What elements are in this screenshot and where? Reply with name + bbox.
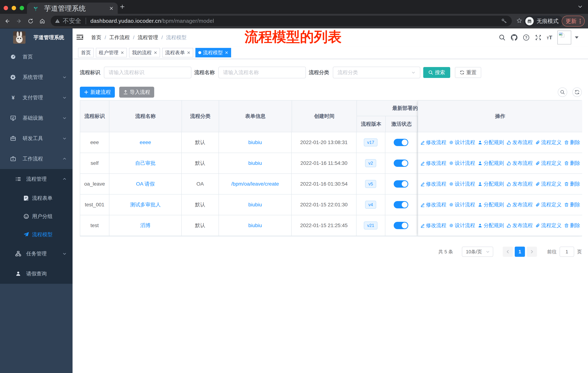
action-publish-link[interactable]: 发布流程	[506, 181, 533, 187]
tab-tag-5[interactable]: 流程模型	[195, 48, 231, 57]
sidebar-item-4[interactable]: 基础设施	[0, 108, 73, 128]
tag-close-icon[interactable]	[225, 51, 228, 54]
reset-button[interactable]: 重置	[455, 67, 481, 78]
address-bar[interactable]: 不安全 dashboard.yudao.iocoder.cn/bpm/manag…	[51, 16, 512, 26]
action-delete-link[interactable]: 删除	[564, 160, 580, 167]
process-name-link[interactable]: OA 请假	[136, 181, 155, 187]
traffic-minimize-button[interactable]	[12, 6, 16, 10]
sidebar-item-11[interactable]: 任务管理	[0, 244, 73, 264]
action-definition-link[interactable]: 流程定义	[535, 181, 562, 187]
action-delete-link[interactable]: 删除	[564, 201, 580, 208]
back-button[interactable]	[4, 18, 11, 25]
tab-tag-1[interactable]: 首页	[78, 48, 94, 57]
search-button[interactable]: 搜索	[423, 67, 450, 78]
font-size-icon[interactable]: TT	[547, 34, 552, 40]
goto-page-input[interactable]: 1	[560, 247, 574, 257]
traffic-close-button[interactable]	[4, 6, 8, 10]
avatar-caret-icon[interactable]	[575, 36, 578, 39]
sidebar-logo[interactable]: 芋道管理系统	[0, 28, 73, 47]
home-button[interactable]	[39, 18, 46, 25]
sidebar-item-9[interactable]: 用户分组	[0, 207, 73, 225]
tag-close-icon[interactable]	[154, 51, 157, 54]
help-icon[interactable]: ?	[523, 34, 530, 41]
fullscreen-icon[interactable]	[535, 34, 542, 41]
github-icon[interactable]	[511, 34, 518, 41]
toggle-search-button[interactable]	[558, 87, 567, 97]
action-assign-link[interactable]: 分配规则	[478, 160, 504, 167]
action-publish-link[interactable]: 发布流程	[506, 222, 533, 229]
import-process-button[interactable]: 导入流程	[119, 87, 154, 98]
password-key-icon[interactable]	[501, 18, 507, 24]
action-definition-link[interactable]: 流程定义	[535, 139, 562, 146]
action-design-link[interactable]: 设计流程	[449, 201, 475, 208]
current-page-button[interactable]: 1	[515, 247, 525, 257]
action-delete-link[interactable]: 删除	[564, 181, 580, 187]
active-toggle[interactable]	[394, 180, 408, 188]
tag-close-icon[interactable]	[187, 51, 190, 54]
breadcrumb-item-3[interactable]: 流程管理	[138, 34, 158, 41]
action-definition-link[interactable]: 流程定义	[535, 160, 562, 167]
form-link[interactable]: biubiu	[248, 202, 262, 208]
action-edit-link[interactable]: 修改流程	[420, 181, 446, 187]
action-definition-link[interactable]: 流程定义	[535, 201, 562, 208]
action-assign-link[interactable]: 分配规则	[478, 222, 504, 229]
security-warning-icon[interactable]	[55, 19, 60, 23]
sidebar-item-10[interactable]: 流程模型	[0, 225, 73, 244]
action-design-link[interactable]: 设计流程	[449, 222, 475, 229]
new-tab-button[interactable]	[120, 4, 125, 9]
action-publish-link[interactable]: 发布流程	[506, 139, 533, 146]
form-link[interactable]: /bpm/oa/leave/create	[231, 181, 279, 187]
sidebar-item-3[interactable]: ¥支付管理	[0, 87, 73, 108]
action-edit-link[interactable]: 修改流程	[420, 222, 446, 229]
prev-page-button[interactable]	[503, 247, 513, 257]
bookmark-star-icon[interactable]	[516, 18, 522, 23]
search-icon[interactable]	[499, 34, 506, 41]
action-definition-link[interactable]: 流程定义	[535, 222, 562, 229]
sidebar-toggle-icon[interactable]	[76, 34, 84, 41]
sidebar-item-6[interactable]: 工作流程	[0, 149, 73, 169]
action-design-link[interactable]: 设计流程	[449, 160, 475, 167]
action-delete-link[interactable]: 删除	[564, 139, 580, 146]
process-name-link[interactable]: eeee	[140, 140, 151, 145]
tab-tag-4[interactable]: 流程表单	[162, 48, 193, 57]
form-link[interactable]: biubiu	[248, 140, 262, 145]
action-assign-link[interactable]: 分配规则	[478, 181, 504, 187]
filter-name-input[interactable]: 请输入流程名称	[218, 67, 306, 78]
forward-button[interactable]	[15, 18, 23, 25]
tag-close-icon[interactable]	[121, 51, 124, 54]
tab-tag-2[interactable]: 租户管理	[96, 48, 127, 57]
sidebar-item-5[interactable]: 研发工具	[0, 128, 73, 149]
filter-key-input[interactable]: 请输入流程标识	[104, 67, 191, 78]
action-assign-link[interactable]: 分配规则	[478, 139, 504, 146]
action-publish-link[interactable]: 发布流程	[506, 201, 533, 208]
action-design-link[interactable]: 设计流程	[449, 139, 475, 146]
action-delete-link[interactable]: 删除	[564, 222, 580, 229]
process-name-link[interactable]: 滔博	[140, 222, 150, 229]
reload-button[interactable]	[27, 18, 34, 25]
action-edit-link[interactable]: 修改流程	[420, 201, 446, 208]
form-link[interactable]: biubiu	[248, 160, 262, 166]
process-name-link[interactable]: 测试多审批人	[130, 201, 161, 208]
traffic-fullscreen-button[interactable]	[20, 6, 24, 10]
tab-tag-3[interactable]: 我的流程	[129, 48, 160, 57]
next-page-button[interactable]	[527, 247, 537, 257]
page-size-select[interactable]: 10条/页	[462, 247, 493, 257]
sidebar-item-1[interactable]: 首页	[0, 47, 73, 67]
active-toggle[interactable]	[394, 201, 408, 208]
sidebar-item-12[interactable]: 请假查询	[0, 264, 73, 284]
breadcrumb-item-2[interactable]: 工作流程	[109, 34, 130, 41]
action-edit-link[interactable]: 修改流程	[420, 160, 446, 167]
tab-search-caret-icon[interactable]	[578, 5, 582, 8]
browser-update-button[interactable]: 更新	[562, 16, 585, 27]
form-link[interactable]: biubiu	[248, 222, 262, 228]
sidebar-item-8[interactable]: 流程表单	[0, 189, 73, 207]
browser-tab[interactable]: 芋道管理系统	[27, 2, 118, 14]
tab-close-icon[interactable]	[109, 6, 113, 10]
process-name-link[interactable]: 自己审批	[135, 160, 156, 167]
browser-menu-dots-icon[interactable]	[579, 19, 581, 24]
action-design-link[interactable]: 设计流程	[449, 181, 475, 187]
active-toggle[interactable]	[394, 222, 408, 229]
active-toggle[interactable]	[394, 139, 408, 146]
sidebar-item-2[interactable]: 系统管理	[0, 67, 73, 87]
create-process-button[interactable]: 新建流程	[80, 87, 115, 98]
